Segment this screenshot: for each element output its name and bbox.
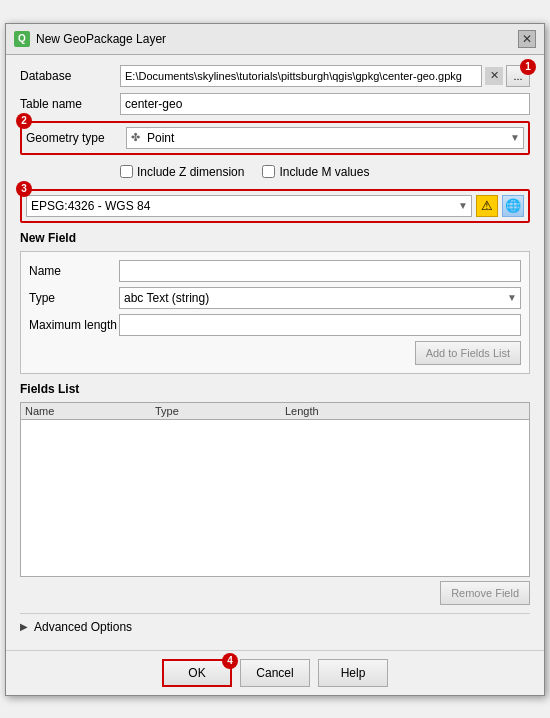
bottom-buttons: OK 4 Cancel Help	[6, 650, 544, 695]
max-length-label: Maximum length	[29, 318, 119, 332]
badge-2: 2	[16, 113, 32, 129]
badge-4: 4	[222, 653, 238, 669]
crs-section: EPSG:4326 - WGS 84 ▼ ⚠ 🌐 3	[20, 189, 530, 223]
dialog-content: Database ✕ ... 1 Table name Geometry typ…	[6, 55, 544, 650]
type-label: Type	[29, 291, 119, 305]
geometry-type-select[interactable]: Point	[126, 127, 524, 149]
clear-database-button[interactable]: ✕	[485, 67, 503, 85]
globe-icon[interactable]: 🌐	[502, 195, 524, 217]
max-length-input[interactable]	[119, 314, 521, 336]
geometry-select-wrapper: ✤ Point ▼	[126, 127, 524, 149]
col-name-header: Name	[25, 405, 155, 417]
table-name-field	[120, 93, 530, 115]
name-input[interactable]	[119, 260, 521, 282]
geometry-point-icon: ✤	[131, 131, 140, 144]
fields-list-box[interactable]: Name Type Length	[20, 402, 530, 577]
add-btn-row: Add to Fields List	[29, 341, 521, 365]
advanced-options-row[interactable]: ▶ Advanced Options	[20, 613, 530, 640]
col-type-header: Type	[155, 405, 285, 417]
triangle-icon: ▶	[20, 621, 28, 632]
include-z-checkbox[interactable]	[120, 165, 133, 178]
cancel-button[interactable]: Cancel	[240, 659, 310, 687]
table-name-row: Table name	[20, 93, 530, 115]
fields-list-section: Fields List Name Type Length Remove Fiel…	[20, 382, 530, 605]
add-to-fields-button[interactable]: Add to Fields List	[415, 341, 521, 365]
include-z-label[interactable]: Include Z dimension	[120, 165, 244, 179]
database-field: ✕ ...	[120, 65, 530, 87]
type-select-wrapper: abc Text (string) ▼	[119, 287, 521, 309]
crs-select-wrapper: EPSG:4326 - WGS 84 ▼	[26, 195, 472, 217]
titlebar-left: Q New GeoPackage Layer	[14, 31, 166, 47]
name-label: Name	[29, 264, 119, 278]
database-label: Database	[20, 69, 120, 83]
crs-select[interactable]: EPSG:4326 - WGS 84	[26, 195, 472, 217]
include-m-checkbox[interactable]	[262, 165, 275, 178]
app-icon: Q	[14, 31, 30, 47]
checkbox-row: Include Z dimension Include M values	[20, 161, 530, 183]
table-name-input[interactable]	[120, 93, 530, 115]
geometry-type-row: Geometry type ✤ Point ▼	[26, 127, 524, 149]
titlebar: Q New GeoPackage Layer ✕	[6, 24, 544, 55]
warning-icon[interactable]: ⚠	[476, 195, 498, 217]
window-title: New GeoPackage Layer	[36, 32, 166, 46]
crs-row: EPSG:4326 - WGS 84 ▼ ⚠ 🌐	[26, 195, 524, 217]
badge-3: 3	[16, 181, 32, 197]
badge-1: 1	[520, 59, 536, 75]
close-button[interactable]: ✕	[518, 30, 536, 48]
geometry-section: Geometry type ✤ Point ▼ 2	[20, 121, 530, 155]
geometry-type-field: ✤ Point ▼	[126, 127, 524, 149]
col-length-header: Length	[285, 405, 525, 417]
database-row: Database ✕ ...	[20, 65, 530, 87]
type-row: Type abc Text (string) ▼	[29, 287, 521, 309]
type-select[interactable]: abc Text (string)	[119, 287, 521, 309]
name-row: Name	[29, 260, 521, 282]
fields-list-header: Name Type Length	[21, 403, 529, 420]
max-length-row: Maximum length	[29, 314, 521, 336]
database-section: Database ✕ ... 1	[20, 65, 530, 87]
geometry-type-label: Geometry type	[26, 131, 126, 145]
advanced-options-label: Advanced Options	[34, 620, 132, 634]
new-field-title: New Field	[20, 231, 530, 245]
fields-list-title: Fields List	[20, 382, 530, 396]
remove-field-button[interactable]: Remove Field	[440, 581, 530, 605]
database-input[interactable]	[120, 65, 482, 87]
ok-button[interactable]: OK 4	[162, 659, 232, 687]
table-name-label: Table name	[20, 97, 120, 111]
help-button[interactable]: Help	[318, 659, 388, 687]
main-window: Q New GeoPackage Layer ✕ Database ✕ ... …	[5, 23, 545, 696]
new-field-box: Name Type abc Text (string) ▼ Maximum le…	[20, 251, 530, 374]
include-m-label[interactable]: Include M values	[262, 165, 369, 179]
remove-btn-row: Remove Field	[20, 581, 530, 605]
